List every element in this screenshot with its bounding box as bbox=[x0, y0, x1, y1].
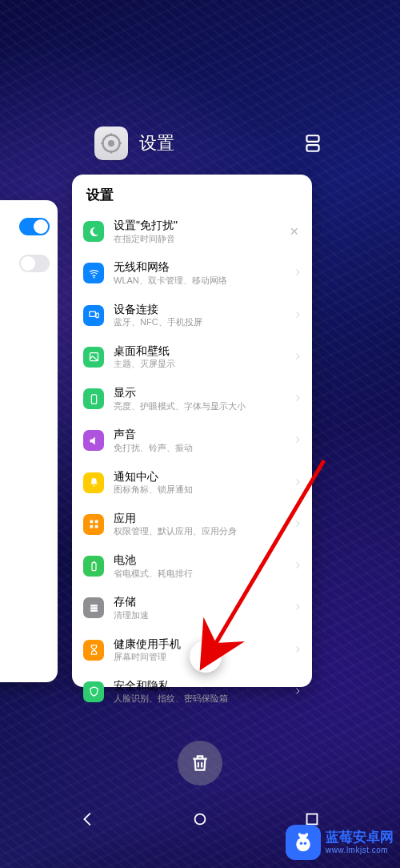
settings-row-text: 显示 亮度、护眼模式、字体与显示大小 bbox=[114, 386, 290, 412]
svg-rect-27 bbox=[307, 814, 318, 825]
wallpaper-icon bbox=[83, 347, 104, 368]
hourglass-icon bbox=[83, 640, 104, 661]
device-icon bbox=[83, 305, 104, 326]
recents-layout-toggle-icon[interactable] bbox=[302, 133, 323, 154]
svg-rect-12 bbox=[91, 395, 96, 404]
watermark: 蓝莓安卓网 www.lmkjst.com bbox=[286, 825, 394, 860]
chevron-right-icon bbox=[293, 517, 302, 532]
svg-point-33 bbox=[304, 842, 307, 846]
nav-back-button[interactable] bbox=[79, 810, 97, 831]
display-icon bbox=[83, 388, 104, 409]
moon-icon bbox=[83, 221, 104, 242]
pin-app-button[interactable] bbox=[190, 641, 222, 673]
bell-icon bbox=[83, 472, 104, 493]
watermark-logo-icon bbox=[286, 825, 321, 860]
svg-rect-10 bbox=[96, 313, 98, 318]
chevron-right-icon bbox=[293, 392, 302, 406]
settings-row-text: 应用 权限管理、默认应用、应用分身 bbox=[114, 512, 290, 537]
apps-icon bbox=[83, 514, 104, 535]
settings-row-text: 电池 省电模式、耗电排行 bbox=[114, 553, 290, 579]
chevron-right-icon bbox=[293, 433, 302, 448]
svg-rect-16 bbox=[94, 525, 98, 528]
svg-rect-17 bbox=[92, 562, 96, 570]
wifi-icon bbox=[83, 263, 104, 283]
watermark-text: 蓝莓安卓网 www.lmkjst.com bbox=[326, 830, 394, 854]
svg-rect-9 bbox=[89, 311, 95, 316]
chevron-right-icon bbox=[293, 350, 302, 364]
chevron-right-icon bbox=[293, 476, 302, 490]
settings-row-storage[interactable]: 存储 清理加速 bbox=[72, 587, 312, 629]
svg-rect-19 bbox=[90, 605, 98, 607]
svg-rect-14 bbox=[94, 520, 98, 524]
clear-all-button[interactable] bbox=[178, 741, 222, 786]
settings-row-apps[interactable]: 应用 权限管理、默认应用、应用分身 bbox=[72, 504, 312, 545]
sound-icon bbox=[83, 430, 104, 451]
settings-page-title: 设置 bbox=[72, 186, 312, 211]
settings-row-text: 无线和网络 WLAN、双卡管理、移动网络 bbox=[114, 260, 290, 286]
settings-row-wallpaper[interactable]: 桌面和壁纸 主题、灭屏显示 bbox=[72, 336, 312, 378]
settings-row-sound[interactable]: 声音 免打扰、铃声、振动 bbox=[72, 420, 312, 461]
recents-card-previous[interactable] bbox=[0, 200, 58, 682]
recents-card-settings[interactable]: 设置 设置"免打扰" 在指定时间静音 ✕ 无线和网络 WLAN、双卡管理、移动网… bbox=[72, 175, 312, 687]
svg-point-8 bbox=[93, 276, 94, 278]
toggle-switch-on[interactable] bbox=[19, 218, 50, 235]
settings-row-battery[interactable]: 电池 省电模式、耗电排行 bbox=[72, 545, 312, 587]
chevron-right-icon bbox=[293, 559, 302, 573]
svg-rect-6 bbox=[306, 135, 318, 142]
chevron-right-icon bbox=[293, 308, 302, 323]
shield-icon bbox=[83, 681, 104, 702]
settings-row-text: 设备连接 蓝牙、NFC、手机投屏 bbox=[114, 303, 290, 328]
recents-app-header: 设置 bbox=[94, 127, 368, 160]
settings-row-dnd[interactable]: 设置"免打扰" 在指定时间静音 ✕ bbox=[72, 211, 312, 252]
settings-row-network[interactable]: 无线和网络 WLAN、双卡管理、移动网络 bbox=[72, 252, 312, 294]
svg-point-26 bbox=[195, 814, 206, 825]
chevron-right-icon bbox=[293, 601, 302, 615]
svg-rect-20 bbox=[90, 607, 98, 609]
chevron-right-icon bbox=[293, 685, 302, 699]
battery-icon bbox=[83, 556, 104, 577]
toggle-row bbox=[0, 255, 58, 272]
settings-row-text: 通知中心 图标角标、锁屏通知 bbox=[114, 470, 290, 496]
toggle-switch-off[interactable] bbox=[19, 255, 50, 272]
settings-row-security[interactable]: 安全和隐私 人脸识别、指纹、密码保险箱 bbox=[72, 671, 312, 713]
svg-rect-21 bbox=[90, 609, 98, 612]
settings-row-text: 安全和隐私 人脸识别、指纹、密码保险箱 bbox=[114, 679, 290, 705]
storage-icon bbox=[83, 597, 104, 618]
settings-row-notifications[interactable]: 通知中心 图标角标、锁屏通知 bbox=[72, 462, 312, 504]
settings-row-text: 声音 免打扰、铃声、振动 bbox=[114, 428, 290, 453]
recents-app-title: 设置 bbox=[139, 131, 174, 155]
nav-home-button[interactable] bbox=[191, 810, 209, 831]
chevron-right-icon bbox=[293, 266, 302, 280]
chevron-right-icon bbox=[293, 643, 302, 657]
close-icon[interactable]: ✕ bbox=[286, 225, 302, 238]
svg-rect-15 bbox=[90, 525, 93, 528]
settings-row-text: 设置"免打扰" 在指定时间静音 bbox=[114, 219, 286, 244]
settings-row-display[interactable]: 显示 亮度、护眼模式、字体与显示大小 bbox=[72, 378, 312, 420]
svg-rect-18 bbox=[93, 561, 95, 562]
svg-point-32 bbox=[300, 842, 303, 846]
svg-rect-7 bbox=[306, 145, 318, 151]
settings-app-icon[interactable] bbox=[94, 127, 128, 160]
svg-point-1 bbox=[108, 140, 114, 147]
svg-rect-13 bbox=[90, 520, 93, 524]
toggle-row bbox=[0, 218, 58, 235]
settings-row-text: 桌面和壁纸 主题、灭屏显示 bbox=[114, 344, 290, 370]
settings-row-text: 存储 清理加速 bbox=[114, 595, 290, 621]
settings-row-device-connect[interactable]: 设备连接 蓝牙、NFC、手机投屏 bbox=[72, 295, 312, 336]
